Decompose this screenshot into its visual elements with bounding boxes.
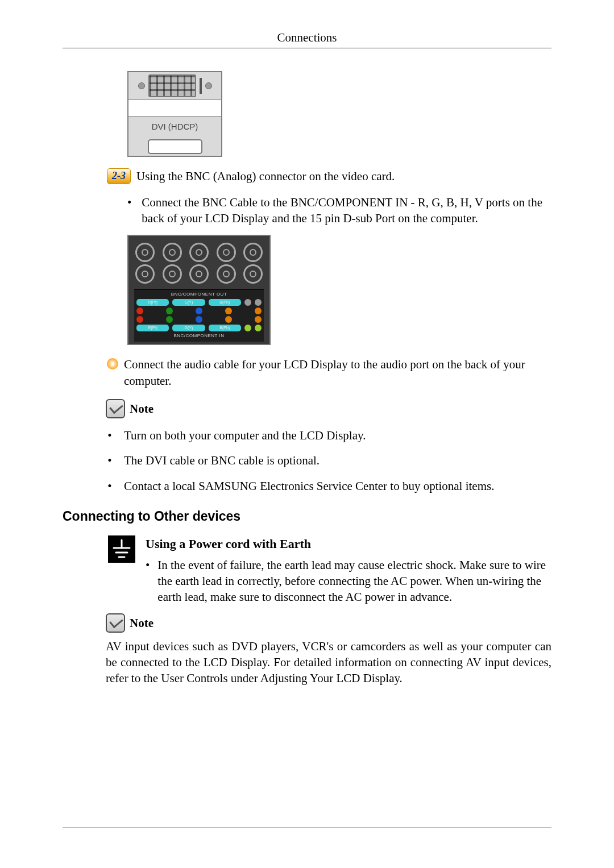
note-icon [106, 399, 125, 418]
av-paragraph: AV input devices such as DVD players, VC… [106, 638, 551, 687]
port-dot-icon [225, 316, 232, 323]
port-label: B(Pb) [209, 325, 241, 331]
bnc-connector-icon [189, 264, 209, 284]
earth-description: In the event of failure, the earth lead … [157, 557, 549, 605]
screw-icon [205, 82, 212, 89]
bullet-dot: • [127, 194, 131, 227]
port-label: B(Pb) [209, 299, 241, 306]
port-dot-icon [255, 316, 262, 323]
step-2-3-text: Using the BNC (Analog) connector on the … [136, 168, 395, 184]
bullet-dot: • [107, 452, 113, 468]
port-dot-icon [244, 325, 251, 331]
earth-warning-block: Using a Power cord with Earth • In the e… [108, 535, 549, 605]
port-label: R(Pr) [136, 299, 169, 306]
list-item: • Contact a local SAMSUNG Electronics Se… [107, 478, 551, 494]
bnc-ring-row [135, 264, 263, 284]
dvi-label: DVI (HDCP) [128, 117, 221, 137]
dvi-pin-block-icon [148, 74, 196, 97]
bnc-port-row: R(Pr) G(Y) B(Pb) [136, 325, 262, 331]
port-dot-icon [255, 299, 262, 306]
list-item-text: Contact a local SAMSUNG Electronics Serv… [124, 478, 494, 494]
bnc-ring-row [135, 243, 263, 262]
bullet-dot: • [107, 427, 113, 443]
port-dot-icon [166, 308, 173, 314]
note-list: • Turn on both your computer and the LCD… [107, 427, 551, 494]
port-dot-icon [136, 316, 143, 323]
bnc-connector-icon [217, 243, 236, 262]
note-label: Note [130, 615, 154, 631]
page-header: Connections [63, 30, 551, 45]
bnc-connector-icon [243, 264, 263, 284]
bnc-port-row [136, 316, 262, 323]
bnc-component-figure: BNC/COMPONENT OUT R(Pr) G(Y) B(Pb) [127, 235, 271, 346]
note-heading: Note [106, 399, 551, 418]
bnc-connector-icon [135, 243, 155, 262]
bnc-connector-icon [217, 264, 236, 284]
bnc-bullet-text: Connect the BNC Cable to the BNC/COMPONE… [142, 194, 551, 227]
port-outline-icon [148, 139, 202, 154]
port-dot-icon [166, 316, 173, 323]
dvi-plug-slot [128, 138, 221, 156]
earth-heading: Using a Power cord with Earth [146, 535, 549, 553]
port-label: G(Y) [172, 299, 205, 306]
port-label: G(Y) [172, 325, 205, 331]
port-dot-icon [255, 308, 262, 314]
document-page: Connections DVI (HDCP) 2-3 Using the BNC… [0, 0, 614, 868]
port-dot-icon [136, 308, 143, 314]
step-3-text: Connect the audio cable for your LCD Dis… [124, 356, 551, 389]
list-item: • The DVI cable or BNC cable is optional… [107, 452, 551, 468]
step-2-3: 2-3 Using the BNC (Analog) connector on … [107, 168, 551, 184]
bullet-dot: • [146, 557, 150, 605]
step-3: 3 Connect the audio cable for your LCD D… [107, 356, 551, 389]
note-icon [106, 613, 125, 633]
bnc-instruction: • Connect the BNC Cable to the BNC/COMPO… [127, 194, 551, 227]
bullet-dot: • [107, 478, 113, 494]
earth-ground-icon [108, 535, 135, 563]
screw-icon [138, 82, 145, 89]
dvi-connector-top [128, 72, 221, 99]
bnc-connector-icon [163, 243, 182, 262]
bnc-port-row: R(Pr) G(Y) B(Pb) [136, 299, 262, 306]
port-dot-icon [255, 325, 262, 331]
port-dot-icon [196, 316, 202, 323]
bnc-bottom-panel: BNC/COMPONENT OUT R(Pr) G(Y) B(Pb) [134, 289, 264, 342]
bnc-out-caption: BNC/COMPONENT OUT [136, 292, 262, 298]
earth-text: Using a Power cord with Earth • In the e… [146, 535, 549, 605]
port-dot-icon [225, 308, 232, 314]
figure-gap [128, 99, 221, 117]
list-item-text: Turn on both your computer and the LCD D… [124, 427, 366, 443]
bnc-in-caption: BNC/COMPONENT IN [136, 333, 262, 339]
step-badge-3: 3 [107, 358, 118, 369]
port-dot-icon [244, 299, 251, 306]
port-label: R(Pr) [136, 325, 169, 331]
note-heading: Note [106, 613, 551, 633]
step-badge-2-3: 2-3 [107, 168, 131, 184]
bnc-connector-icon [163, 264, 182, 284]
bnc-port-row [136, 308, 262, 314]
dvi-port-figure: DVI (HDCP) [127, 71, 222, 156]
section-heading: Connecting to Other devices [63, 508, 551, 525]
footer-rule [63, 828, 551, 828]
header-rule [63, 48, 551, 48]
dvi-slot-icon [200, 78, 202, 94]
bnc-connector-icon [243, 243, 263, 262]
list-item: • Turn on both your computer and the LCD… [107, 427, 551, 443]
bnc-connector-icon [189, 243, 209, 262]
note-label: Note [130, 401, 154, 417]
bnc-connector-icon [135, 264, 155, 284]
list-item-text: The DVI cable or BNC cable is optional. [124, 452, 320, 468]
port-dot-icon [196, 308, 202, 314]
